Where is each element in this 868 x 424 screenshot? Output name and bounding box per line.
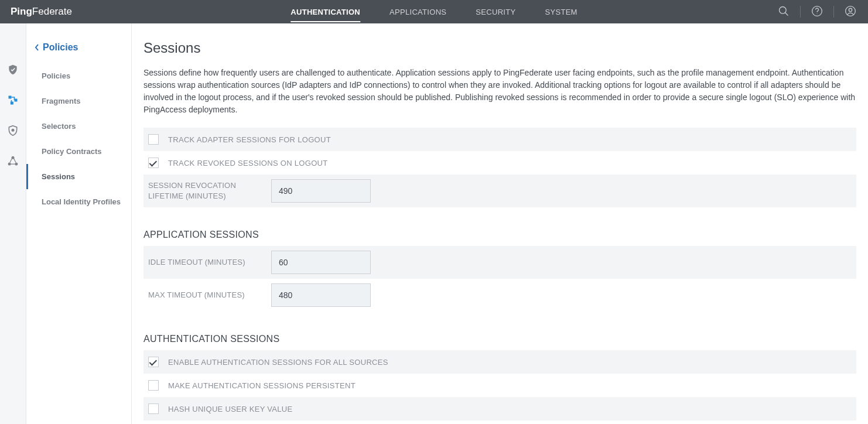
sidebar-header-policies[interactable]: Policies [26,37,131,63]
section-authentication-sessions: AUTHENTICATION SESSIONS [143,334,856,344]
sidebar-item-policy-contracts[interactable]: Policy Contracts [26,139,131,164]
user-icon[interactable] [845,5,856,19]
label-track-adapter: TRACK ADAPTER SESSIONS FOR LOGOUT [168,135,331,144]
row-enable-auth-sessions: ENABLE AUTHENTICATION SESSIONS FOR ALL S… [143,350,856,374]
page-description: Sessions define how frequently users are… [143,67,856,116]
sidebar-item-selectors[interactable]: Selectors [26,114,131,139]
row-max-timeout: MAX TIMEOUT (MINUTES) [143,279,856,312]
tree-icon[interactable] [6,94,19,107]
tab-system[interactable]: SYSTEM [545,1,577,22]
row-track-revoked: TRACK REVOKED SESSIONS ON LOGOUT [143,151,856,175]
tab-security[interactable]: SECURITY [476,1,515,22]
nav-icon-column [0,23,26,424]
sidebar: Policies Policies Fragments Selectors Po… [26,23,132,424]
svg-point-12 [15,163,18,166]
search-icon[interactable] [778,5,790,19]
checkbox-hash-key[interactable] [148,404,159,414]
logo-text-federate: Federate [32,6,72,18]
label-revocation-lifetime: SESSION REVOCATION LIFETIME (MINUTES) [148,180,271,201]
input-idle-timeout[interactable] [271,251,371,274]
row-idle-timeout: IDLE TIMEOUT (MINUTES) [143,246,856,279]
svg-point-3 [817,13,818,14]
tab-authentication[interactable]: AUTHENTICATION [291,1,360,22]
label-idle-timeout: IDLE TIMEOUT (MINUTES) [148,257,271,268]
product-logo: PingFederate [11,6,72,18]
top-nav: AUTHENTICATION APPLICATIONS SECURITY SYS… [291,1,577,22]
row-persistent-sessions: MAKE AUTHENTICATION SESSIONS PERSISTENT [143,374,856,397]
svg-rect-6 [9,96,12,99]
main-content: Sessions Sessions define how frequently … [132,23,868,424]
svg-point-11 [8,163,11,166]
row-track-adapter: TRACK ADAPTER SESSIONS FOR LOGOUT [143,128,856,151]
checkbox-enable-auth-sessions[interactable] [148,357,159,367]
section-application-sessions: APPLICATION SESSIONS [143,230,856,240]
svg-line-1 [785,12,788,15]
input-revocation-lifetime[interactable] [271,179,371,203]
shield-icon[interactable] [6,124,19,137]
help-icon[interactable] [811,5,823,19]
checkbox-persistent-sessions[interactable] [148,380,159,391]
checkbox-track-revoked[interactable] [148,158,159,168]
top-bar: PingFederate AUTHENTICATION APPLICATIONS… [0,0,868,23]
sidebar-item-local-identity-profiles[interactable]: Local Identity Profiles [26,189,131,214]
label-track-revoked: TRACK REVOKED SESSIONS ON LOGOUT [168,159,328,167]
page-title: Sessions [143,40,856,56]
svg-point-5 [849,8,852,11]
sidebar-item-sessions[interactable]: Sessions [26,164,131,189]
svg-point-0 [780,6,787,13]
sidebar-item-fragments[interactable]: Fragments [26,88,131,114]
sidebar-header-label: Policies [43,42,78,53]
logo-text-ping: Ping [11,6,32,18]
shell: Policies Policies Fragments Selectors Po… [0,23,868,424]
label-hash-key: HASH UNIQUE USER KEY VALUE [168,405,293,413]
shield-check-icon[interactable] [6,63,19,76]
top-actions [778,5,856,19]
label-persistent-sessions: MAKE AUTHENTICATION SESSIONS PERSISTENT [168,381,356,390]
sidebar-item-policies[interactable]: Policies [26,63,131,88]
svg-point-9 [12,129,15,132]
tab-applications[interactable]: APPLICATIONS [389,1,446,22]
row-revocation-lifetime: SESSION REVOCATION LIFETIME (MINUTES) [143,175,856,207]
label-max-timeout: MAX TIMEOUT (MINUTES) [148,290,271,300]
input-max-timeout[interactable] [271,283,371,307]
nodes-icon[interactable] [6,155,19,167]
row-hash-key: HASH UNIQUE USER KEY VALUE [143,397,856,420]
divider [833,6,834,18]
divider [800,6,801,18]
label-enable-auth-sessions: ENABLE AUTHENTICATION SESSIONS FOR ALL S… [168,358,388,367]
checkbox-track-adapter[interactable] [148,134,159,145]
